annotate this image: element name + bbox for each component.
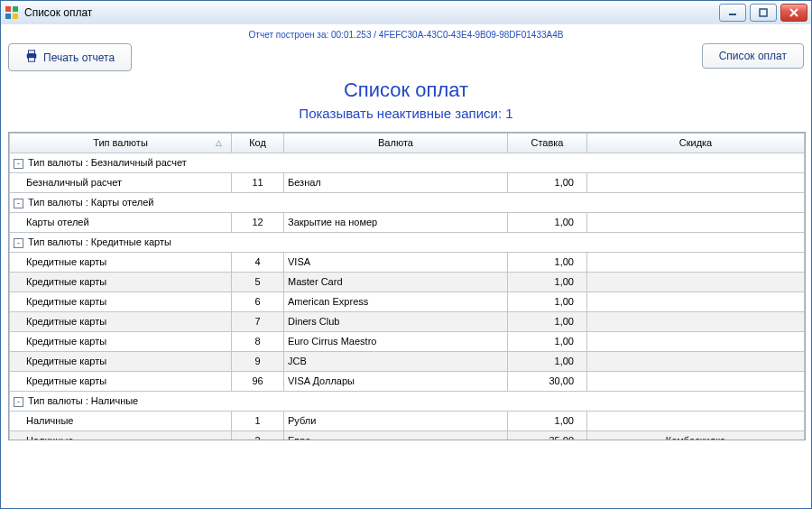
cell-discount <box>587 292 805 312</box>
app-icon <box>5 5 19 20</box>
maximize-button[interactable] <box>750 4 777 22</box>
cell-discount <box>587 332 805 352</box>
group-label: Тип валюты : Наличные <box>28 395 138 406</box>
table-row[interactable]: Кредитные карты96VISA Доллары30,00 <box>10 372 805 392</box>
cell-discount <box>587 273 805 292</box>
cell-currency: Master Card <box>284 273 508 292</box>
cell-rate: 30,00 <box>508 372 587 392</box>
cell-rate: 1,00 <box>508 412 587 431</box>
table-row[interactable]: Кредитные карты9JCB1,00 <box>10 352 805 372</box>
group-header[interactable]: -Тип валюты : Наличные <box>10 392 805 412</box>
col-currency-header[interactable]: Валюта <box>284 134 508 153</box>
table-row[interactable]: Карты отелей12Закрытие на номер1,00 <box>10 213 805 233</box>
table-row[interactable]: Кредитные карты8Euro Cirrus Maestro1,00 <box>10 332 805 352</box>
cell-code: 7 <box>232 312 284 332</box>
svg-rect-0 <box>5 6 11 12</box>
svg-rect-1 <box>13 6 18 12</box>
cell-code: 1 <box>232 412 284 431</box>
table-row[interactable]: Кредитные карты7Diners Club1,00 <box>10 312 805 332</box>
toolbar: Печать отчета Список оплат <box>8 43 804 71</box>
cell-rate: 1,00 <box>508 292 587 312</box>
group-header[interactable]: -Тип валюты : Карты отелей <box>10 193 805 213</box>
window-controls <box>719 4 807 22</box>
col-type-header[interactable]: Тип валюты △ <box>10 134 232 153</box>
cell-rate: 1,00 <box>508 312 587 332</box>
cell-currency: Euro Cirrus Maestro <box>284 332 508 352</box>
cell-currency: Безнал <box>284 173 508 193</box>
collapse-icon[interactable]: - <box>14 238 23 248</box>
cell-discount <box>587 253 805 273</box>
meta-time: 00:01.253 <box>331 30 372 40</box>
col-code-header[interactable]: Код <box>232 134 284 153</box>
cell-code: 9 <box>232 352 284 372</box>
group-cell: -Тип валюты : Карты отелей <box>10 193 805 213</box>
meta-guid: 4FEFC30A-43C0-43E4-9B09-98DF01433A4B <box>379 30 564 40</box>
svg-rect-2 <box>5 14 11 19</box>
svg-rect-10 <box>29 58 35 61</box>
cell-rate: 1,00 <box>508 273 587 292</box>
cell-type: Кредитные карты <box>10 273 232 292</box>
col-discount-header[interactable]: Скидка <box>587 134 805 153</box>
cell-currency: Рубли <box>284 412 508 431</box>
cell-type: Наличные <box>10 412 232 431</box>
cell-type: Кредитные карты <box>10 292 232 312</box>
table-row[interactable]: Наличные2Евро35,00Комбоскидка <box>10 431 805 441</box>
collapse-icon[interactable]: - <box>14 159 23 169</box>
cell-currency: VISA <box>284 253 508 273</box>
cell-discount: Комбоскидка <box>587 431 805 441</box>
page-subtitle: Показывать неактивные записи: 1 <box>8 106 804 121</box>
minimize-button[interactable] <box>719 4 746 22</box>
collapse-icon[interactable]: - <box>14 397 23 407</box>
svg-rect-3 <box>13 14 18 19</box>
col-rate-header[interactable]: Ставка <box>508 134 587 153</box>
group-cell: -Тип валюты : Кредитные карты <box>10 233 805 253</box>
report-meta: Отчет построен за: 00:01.253 / 4FEFC30A-… <box>8 30 804 40</box>
header-row: Тип валюты △ Код Валюта Ставка Скидка <box>10 134 805 153</box>
group-header[interactable]: -Тип валюты : Кредитные карты <box>10 233 805 253</box>
close-button[interactable] <box>780 4 807 22</box>
cell-discount <box>587 173 805 193</box>
cell-currency: Закрытие на номер <box>284 213 508 233</box>
cell-discount <box>587 372 805 392</box>
payment-list-label: Список оплат <box>719 50 787 62</box>
print-report-label: Печать отчета <box>43 51 115 64</box>
cell-type: Кредитные карты <box>10 372 232 392</box>
group-label: Тип валюты : Кредитные карты <box>28 236 171 247</box>
printer-icon <box>25 50 38 65</box>
cell-discount <box>587 213 805 233</box>
cell-discount <box>587 312 805 332</box>
table-row[interactable]: Безналичный расчет11Безнал1,00 <box>10 173 805 193</box>
cell-code: 8 <box>232 332 284 352</box>
group-label: Тип валюты : Безналичный расчет <box>28 157 187 168</box>
cell-type: Безналичный расчет <box>10 173 232 193</box>
app-window: Список оплат Отчет построен за: 00:01.25… <box>0 0 812 509</box>
collapse-icon[interactable]: - <box>14 199 23 208</box>
cell-rate: 1,00 <box>508 173 587 193</box>
table-row[interactable]: Кредитные карты5Master Card1,00 <box>10 273 805 292</box>
page-title: Список оплат <box>8 79 804 102</box>
payment-list-button[interactable]: Список оплат <box>702 43 804 69</box>
cell-type: Карты отелей <box>10 213 232 233</box>
data-table: Тип валюты △ Код Валюта Ставка Скидка -Т… <box>9 133 805 440</box>
cell-currency: Diners Club <box>284 312 508 332</box>
title-bar[interactable]: Список оплат <box>1 1 811 25</box>
cell-rate: 1,00 <box>508 332 587 352</box>
cell-discount <box>587 412 805 431</box>
cell-rate: 1,00 <box>508 352 587 372</box>
cell-discount <box>587 352 805 372</box>
group-cell: -Тип валюты : Наличные <box>10 392 805 412</box>
cell-rate: 1,00 <box>508 253 587 273</box>
print-report-button[interactable]: Печать отчета <box>8 43 132 71</box>
cell-type: Кредитные карты <box>10 352 232 372</box>
group-cell: -Тип валюты : Безналичный расчет <box>10 153 805 173</box>
group-header[interactable]: -Тип валюты : Безналичный расчет <box>10 153 805 173</box>
table-row[interactable]: Наличные1Рубли1,00 <box>10 412 805 431</box>
data-grid[interactable]: Тип валюты △ Код Валюта Ставка Скидка -Т… <box>8 132 806 440</box>
sort-indicator-icon: △ <box>216 136 222 150</box>
svg-rect-8 <box>29 51 35 54</box>
cell-code: 6 <box>232 292 284 312</box>
cell-type: Наличные <box>10 431 232 441</box>
table-row[interactable]: Кредитные карты6American Express1,00 <box>10 292 805 312</box>
table-row[interactable]: Кредитные карты4VISA1,00 <box>10 253 805 273</box>
cell-type: Кредитные карты <box>10 332 232 352</box>
